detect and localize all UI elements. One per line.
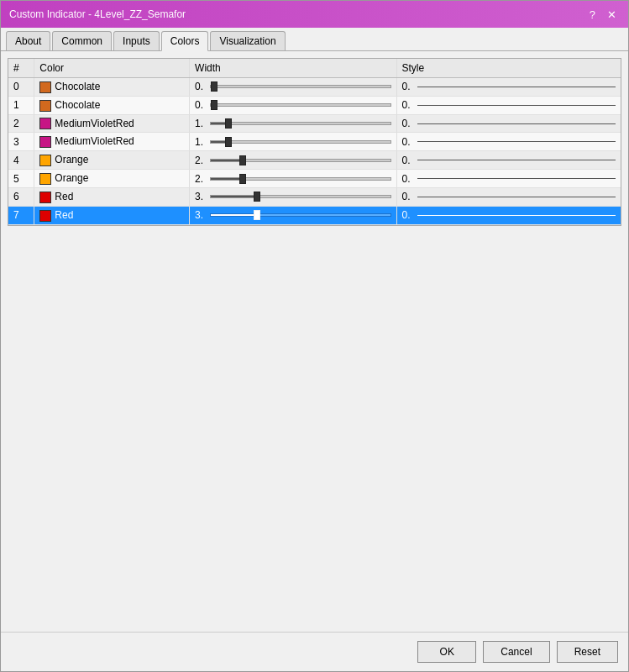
width-slider[interactable]: [210, 122, 391, 125]
ok-button[interactable]: OK: [417, 641, 476, 663]
reset-button[interactable]: Reset: [557, 641, 618, 663]
tab-common[interactable]: Common: [52, 31, 112, 50]
colors-table-container: # Color Width Style 0Chocolate0.0.1Choco…: [8, 58, 621, 226]
color-swatch-icon: [39, 210, 51, 222]
cell-index: 6: [8, 187, 34, 206]
width-slider-fill: [211, 123, 225, 124]
width-slider-thumb: [225, 137, 232, 147]
cell-color: Red: [34, 187, 190, 206]
color-swatch-icon: [39, 118, 51, 129]
cell-index: 2: [8, 114, 34, 133]
cell-color: Chocolate: [34, 96, 190, 114]
color-label: Orange: [55, 172, 88, 184]
width-slider-fill: [211, 178, 239, 180]
tab-visualization[interactable]: Visualization: [210, 31, 285, 50]
cell-style: 0.: [396, 170, 621, 188]
style-line: [417, 123, 616, 124]
title-bar: Custom Indicator - 4Level_ZZ_Semafor ? ✕: [1, 1, 628, 28]
cell-index: 5: [8, 170, 34, 188]
table-row[interactable]: 0Chocolate0.0.: [8, 78, 621, 97]
cell-style: 0.: [396, 151, 621, 170]
cell-style: 0.: [396, 187, 621, 206]
table-row[interactable]: 1Chocolate0.0.: [8, 96, 621, 114]
cell-style: 0.: [396, 96, 621, 114]
width-value-label: 0.: [195, 81, 207, 92]
col-header-index: #: [8, 59, 34, 78]
table-row[interactable]: 5Orange2.0.: [8, 170, 621, 188]
cell-style: 0.: [396, 206, 621, 224]
cell-index: 4: [8, 151, 34, 170]
width-value-label: 3.: [195, 191, 207, 202]
footer: OK Cancel Reset: [1, 632, 628, 671]
close-button[interactable]: ✕: [604, 9, 620, 20]
width-value-label: 3.: [195, 209, 207, 221]
color-swatch-icon: [39, 173, 51, 185]
cell-color: Chocolate: [34, 78, 190, 97]
color-swatch-icon: [39, 155, 51, 166]
table-row[interactable]: 2MediumVioletRed1.0.: [8, 114, 621, 133]
cell-index: 1: [8, 96, 34, 114]
width-slider-thumb: [225, 118, 232, 129]
table-row[interactable]: 3MediumVioletRed1.0.: [8, 133, 621, 151]
table-row[interactable]: 4Orange2.0.: [8, 151, 621, 170]
width-slider[interactable]: [210, 85, 391, 88]
style-value-label: 0.: [402, 118, 414, 129]
width-slider[interactable]: [210, 195, 391, 198]
width-slider-thumb: [254, 192, 260, 202]
style-line: [417, 215, 616, 216]
color-swatch-icon: [39, 81, 51, 93]
style-value-label: 0.: [402, 209, 414, 221]
cancel-button[interactable]: Cancel: [483, 641, 549, 663]
main-window: Custom Indicator - 4Level_ZZ_Semafor ? ✕…: [0, 0, 629, 672]
width-slider[interactable]: [210, 213, 391, 217]
cell-index: 7: [8, 206, 34, 224]
width-value-label: 1.: [195, 118, 207, 129]
style-line: [417, 160, 616, 160]
color-label: Orange: [55, 154, 88, 165]
cell-color: Orange: [34, 151, 190, 170]
help-button[interactable]: ?: [586, 9, 599, 20]
width-slider-fill: [211, 141, 225, 143]
cell-style: 0.: [396, 133, 621, 151]
cell-width: 0.: [190, 96, 396, 114]
color-label: Chocolate: [55, 99, 100, 111]
color-label: Red: [55, 209, 73, 221]
tabs-bar: AboutCommonInputsColorsVisualization: [1, 28, 628, 51]
cell-width: 3.: [190, 187, 396, 206]
style-value-label: 0.: [402, 173, 414, 185]
style-value-label: 0.: [402, 99, 414, 111]
color-label: MediumVioletRed: [55, 135, 134, 147]
table-row[interactable]: 6Red3.0.: [8, 187, 621, 206]
cell-width: 2.: [190, 151, 396, 170]
window-title: Custom Indicator - 4Level_ZZ_Semafor: [9, 8, 186, 20]
width-slider-fill: [211, 214, 254, 216]
width-slider[interactable]: [210, 140, 391, 144]
style-line: [417, 141, 616, 142]
width-slider[interactable]: [210, 103, 391, 107]
width-slider[interactable]: [210, 177, 391, 181]
table-row[interactable]: 7Red3.0.: [8, 206, 621, 224]
cell-color: Orange: [34, 170, 190, 188]
style-value-label: 0.: [402, 191, 414, 202]
width-slider-thumb: [254, 210, 260, 220]
color-swatch-icon: [39, 100, 51, 112]
style-line: [417, 105, 616, 106]
width-slider[interactable]: [210, 159, 391, 162]
style-line: [417, 197, 616, 197]
width-slider-thumb: [211, 81, 218, 92]
width-slider-thumb: [239, 155, 246, 165]
style-line: [417, 87, 616, 87]
width-slider-fill: [211, 160, 239, 161]
style-value-label: 0.: [402, 81, 414, 92]
color-swatch-icon: [39, 192, 51, 203]
tab-about[interactable]: About: [6, 31, 50, 50]
style-value-label: 0.: [402, 136, 414, 148]
cell-style: 0.: [396, 114, 621, 133]
tab-colors[interactable]: Colors: [161, 31, 209, 51]
col-header-style: Style: [396, 59, 621, 78]
tab-inputs[interactable]: Inputs: [113, 31, 160, 50]
table-header-row: # Color Width Style: [8, 59, 621, 78]
width-value-label: 1.: [195, 136, 207, 148]
cell-width: 0.: [190, 78, 396, 97]
width-slider-thumb: [239, 174, 246, 184]
